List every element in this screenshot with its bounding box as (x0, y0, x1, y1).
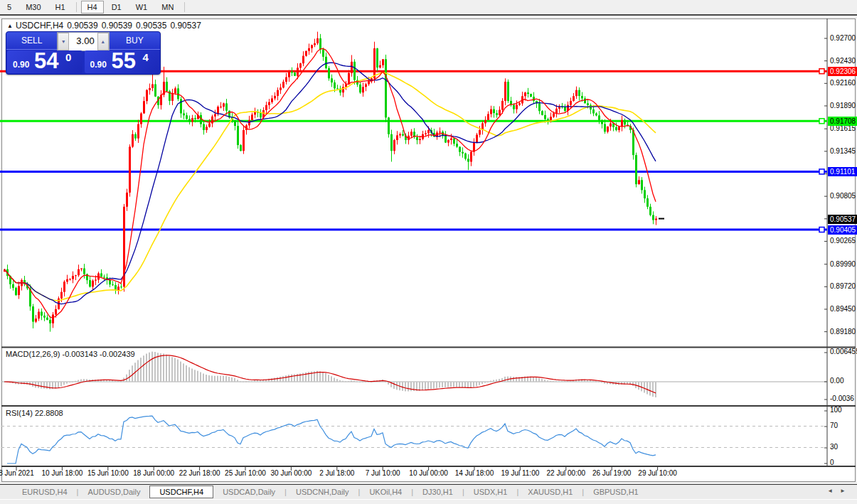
price-level-badge: 0.90405 (828, 225, 857, 235)
rsi-label: RSI(14) 22.8808 (6, 409, 63, 417)
price-tick-label: 0.91345 (830, 147, 856, 155)
one-click-trading-panel: SELL ▼ 3.00 ▲ BUY 0.90 54 0 0.90 55 4 (6, 31, 161, 75)
tab-usdcnh-daily[interactable]: USDCNH,Daily (287, 486, 358, 498)
price-tick-label: 0.90805 (830, 192, 856, 200)
tab-gbpusd-h1[interactable]: GBPUSD,H1 (584, 486, 648, 498)
date-tick-label: 10 Jul 00:00 (409, 469, 448, 477)
volume-decrease-icon[interactable]: ▼ (58, 33, 69, 50)
date-tick-label: 29 Jul 10:00 (638, 469, 677, 477)
buy-price-big: 55 (112, 50, 136, 73)
ohlc-high: 0.90539 (102, 21, 132, 31)
price-tick-label: 0.91890 (830, 102, 856, 109)
volume-increase-icon[interactable]: ▲ (97, 33, 109, 50)
timeframe-button-m30[interactable]: M30 (19, 1, 47, 14)
buy-price-pip: 4 (143, 51, 149, 63)
sell-price-pip: 0 (65, 51, 71, 63)
price-level-badge: 0.91708 (828, 117, 857, 126)
date-tick-label: 22 Jul 00:00 (547, 469, 586, 477)
price-level-badge: 0.92306 (828, 67, 857, 76)
timeframe-button-h4[interactable]: H4 (81, 1, 104, 14)
timeframe-button-5[interactable]: 5 (1, 1, 18, 14)
macd-tick-label: -0.0036 (830, 395, 854, 402)
ohlc-close: 0.90537 (170, 21, 201, 31)
date-tick-label: 10 Jun 18:00 (41, 469, 82, 477)
buy-button[interactable]: BUY (110, 32, 160, 50)
price-tick-label: 0.90265 (830, 237, 856, 245)
date-tick-label: 22 Jun 18:00 (179, 469, 220, 477)
rsi-tick-label: 0 (830, 459, 834, 466)
tab-xauusd-h1[interactable]: XAUUSD,H1 (518, 486, 582, 498)
tab-scroll-arrows[interactable]: ◄► (827, 488, 853, 494)
date-tick-label: 18 Jun 00:00 (133, 469, 174, 477)
timeframe-button-d1[interactable]: D1 (105, 1, 128, 14)
buy-price-prefix: 0.90 (90, 60, 107, 70)
date-tick-label: 26 Jul 19:00 (592, 469, 632, 477)
chart-title: ▲USDCHF,H40.905390.905390.905350.90537 (7, 21, 205, 31)
price-tick-label: 0.89450 (830, 305, 856, 313)
ohlc-open: 0.90539 (67, 21, 97, 31)
tab-usdx-h1[interactable]: USDX,H1 (464, 486, 517, 498)
sell-button[interactable]: SELL (6, 32, 57, 50)
rsi-tick-label: 70 (830, 422, 838, 429)
macd-tick-label: 0.006455 (830, 348, 857, 355)
date-tick-label: 15 Jun 10:00 (87, 469, 129, 477)
price-tick-label: 0.92160 (830, 79, 856, 87)
toolbar-separator (184, 2, 185, 12)
date-tick-label: 2 Jul 18:00 (319, 469, 354, 477)
timeframe-button-w1[interactable]: W1 (129, 1, 154, 14)
macd-label: MACD(12,26,9) -0.003143 -0.002439 (6, 350, 135, 358)
price-tick-label: 0.89180 (830, 328, 856, 336)
buy-price-display[interactable]: 0.90 55 4 (85, 50, 160, 73)
price-level-badge: 0.91101 (828, 167, 857, 176)
price-tick-label: 0.92700 (830, 34, 856, 42)
toolbar-separator (76, 2, 77, 12)
timeframe-button-mn[interactable]: MN (155, 1, 180, 14)
date-tick-label: 30 Jun 00:00 (270, 469, 312, 477)
timeframe-button-h1[interactable]: H1 (49, 1, 72, 14)
symbol-label: USDCHF,H4 (16, 21, 63, 31)
volume-input[interactable]: 3.00 (69, 33, 97, 50)
status-strip (0, 499, 857, 504)
current-price-badge: 0.90537 (828, 215, 857, 224)
rsi-tick-label: 100 (830, 406, 842, 414)
sell-price-big: 54 (34, 50, 58, 73)
date-tick-label: 25 Jun 10:00 (225, 469, 266, 477)
date-tick-label: 7 Jul 10:00 (366, 469, 400, 477)
tab-dj30-h1[interactable]: DJ30,H1 (413, 486, 462, 498)
price-tick-label: 0.92430 (830, 57, 856, 65)
timeframe-toolbar: 5M30H1H4D1W1MN (0, 0, 857, 14)
date-tick-label: 8 Jun 2021 (0, 469, 34, 477)
price-chart-canvas[interactable] (0, 0, 857, 504)
symbol-tabbar: EURUSD,H4|AUDUSD,DailyUSDCHF,H4USDCAD,Da… (0, 484, 857, 499)
ohlc-low: 0.90535 (136, 21, 166, 31)
volume-spinner: ▼ 3.00 ▲ (57, 32, 109, 51)
tab-eurusd-h4[interactable]: EURUSD,H4 (13, 486, 77, 498)
tab-usdchf-h4[interactable]: USDCHF,H4 (149, 486, 213, 498)
sell-price-prefix: 0.90 (13, 60, 29, 70)
rsi-tick-label: 30 (830, 443, 838, 451)
tab-audusd-daily[interactable]: AUDUSD,Daily (78, 486, 149, 498)
tab-ukoil-h4[interactable]: UKOil,H4 (360, 486, 411, 498)
sell-price-display[interactable]: 0.90 54 0 (7, 50, 82, 73)
date-tick-label: 19 Jul 11:00 (501, 469, 540, 477)
toolbar-divider (0, 14, 857, 16)
price-tick-label: 0.89720 (830, 282, 856, 290)
collapse-triangle-icon[interactable]: ▲ (7, 23, 13, 29)
price-tick-label: 0.89990 (830, 260, 856, 268)
macd-tick-label: 0.00 (830, 377, 843, 385)
tab-usdcad-daily[interactable]: USDCAD,Daily (213, 486, 284, 498)
date-tick-label: 14 Jul 18:00 (455, 469, 494, 477)
